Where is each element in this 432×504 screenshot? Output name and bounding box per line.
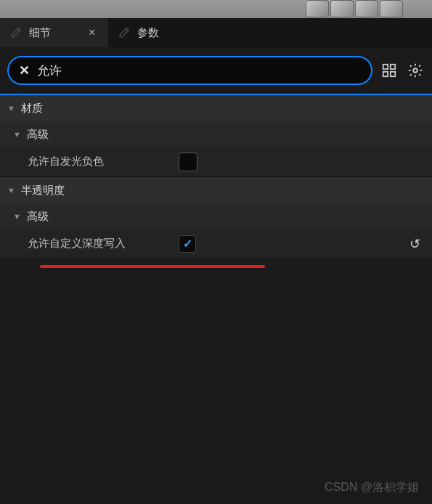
chevron-down-icon: ▼ [13,130,21,139]
empty-area [0,259,432,504]
chevron-down-icon: ▼ [7,104,15,113]
details-panel: ▼ 材质 ▼ 高级 允许自发光负色 ▼ 半透明度 ▼ 高级 允许自定义深度写入 [0,94,432,504]
checkbox-custom-depth-write[interactable]: ✓ [179,235,196,253]
viewport-mode-icons [306,0,403,17]
category-advanced2-label: 高级 [27,210,49,224]
property-emissive-negative-value [167,153,432,171]
category-advanced1-label: 高级 [27,128,49,142]
tab-details-label: 细节 [29,26,51,40]
tab-params-label: 参数 [137,26,159,40]
viewport-toolbar [0,0,432,18]
reset-to-default-icon[interactable]: ↺ [409,236,420,252]
category-translucency: ▼ 半透明度 ▼ 高级 允许自定义深度写入 ✓ ↺ [0,177,432,259]
category-translucency-header[interactable]: ▼ 半透明度 [0,177,432,203]
property-custom-depth-write-value: ✓ [167,235,432,253]
viewport-cylinder-icon[interactable] [330,0,354,17]
gear-icon[interactable] [406,61,425,80]
viewport-sphere-icon[interactable] [306,0,329,17]
svg-rect-3 [391,72,395,76]
pencil-icon [10,25,23,41]
color-swatch[interactable] [179,153,197,171]
property-emissive-negative: 允许自发光负色 [0,147,432,176]
chevron-down-icon: ▼ [7,186,15,195]
close-icon[interactable]: × [86,26,98,39]
viewport-plane-icon[interactable] [380,0,403,17]
property-emissive-negative-label: 允许自发光负色 [0,155,167,168]
grid-view-icon[interactable] [380,61,399,80]
watermark: CSDN @洛枳学姐 [325,480,419,495]
check-icon: ✓ [183,237,192,251]
viewport-cube-icon[interactable] [355,0,378,17]
svg-point-4 [413,68,417,73]
search-row: ✕ 允许 [0,47,432,94]
panel-tabs: 细节 × 参数 [0,18,432,47]
chevron-down-icon: ▼ [13,212,21,221]
category-translucency-label: 半透明度 [21,184,65,198]
category-advanced1-header[interactable]: ▼ 高级 [0,121,432,147]
svg-rect-0 [383,65,388,69]
category-material-label: 材质 [21,102,43,115]
tab-params[interactable]: 参数 [108,18,169,47]
tab-details[interactable]: 细节 × [0,18,108,47]
category-advanced2-header[interactable]: ▼ 高级 [0,203,432,229]
clear-search-icon[interactable]: ✕ [19,62,30,78]
search-text: 允许 [37,62,361,79]
pencil-icon [118,25,131,41]
category-material-header[interactable]: ▼ 材质 [0,95,432,121]
svg-rect-1 [391,65,395,69]
search-input[interactable]: ✕ 允许 [7,56,372,85]
category-material: ▼ 材质 ▼ 高级 允许自发光负色 [0,95,432,177]
property-custom-depth-write: 允许自定义深度写入 ✓ ↺ [0,229,432,259]
svg-rect-2 [383,72,388,76]
annotation-underline [40,265,265,268]
property-custom-depth-write-label: 允许自定义深度写入 [0,237,167,251]
